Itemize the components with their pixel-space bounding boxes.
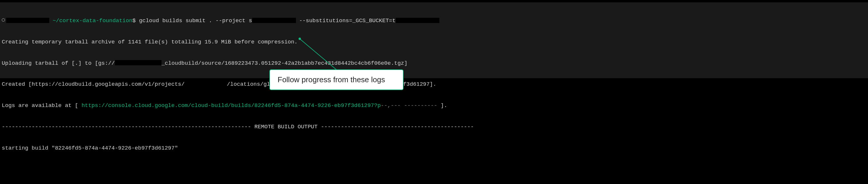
prompt-dollar: $: [132, 18, 135, 24]
upload-suffix: _cloudbuild/source/1689223473.051292-42a…: [161, 60, 408, 66]
callout-box: Follow progress from these logs: [270, 69, 404, 90]
command-text-2: --substitutions=_GCS_BUCKET=t: [296, 18, 396, 24]
callout-text: Follow progress from these logs: [278, 75, 385, 84]
output-logs: Logs are available at [ https://console.…: [2, 102, 866, 109]
redacted-bucket: [396, 18, 439, 23]
logs-link[interactable]: https://console.cloud.google.com/cloud-b…: [82, 102, 381, 109]
shell-status-icon: [2, 19, 5, 22]
redacted-project-2: [185, 81, 227, 87]
prompt-line: ~/cortex-data-foundation$ gcloud builds …: [2, 17, 866, 24]
divider-line: ----------------------------------------…: [2, 123, 866, 130]
output-created: Created [https://cloudbuild.googleapis.c…: [2, 81, 866, 88]
command-text-1: gcloud builds submit . --project s: [139, 18, 252, 24]
redacted-project: [252, 18, 296, 23]
blank-line: [2, 166, 866, 173]
terminal-window[interactable]: ~/cortex-data-foundation$ gcloud builds …: [0, 2, 868, 78]
output-starting: starting build "82246fd5-874a-4474-9226-…: [2, 145, 866, 152]
upload-prefix: Uploading tarball of [.] to [gs://: [2, 60, 115, 66]
created-prefix: Created [https://cloudbuild.googleapis.c…: [2, 81, 185, 88]
output-tarball: Creating temporary tarball archive of 11…: [2, 38, 866, 45]
prompt-path: ~/cortex-data-foundation: [53, 18, 132, 24]
redacted-user-host: [6, 18, 49, 23]
redacted-upload-bucket: [115, 60, 161, 65]
output-upload: Uploading tarball of [.] to [gs://_cloud…: [2, 60, 866, 67]
divider-label: REMOTE BUILD OUTPUT: [251, 124, 321, 130]
logs-tail-redacted: --,--- ----------: [381, 102, 437, 109]
logs-suffix: ].: [437, 102, 447, 109]
logs-prefix: Logs are available at [: [2, 102, 82, 109]
